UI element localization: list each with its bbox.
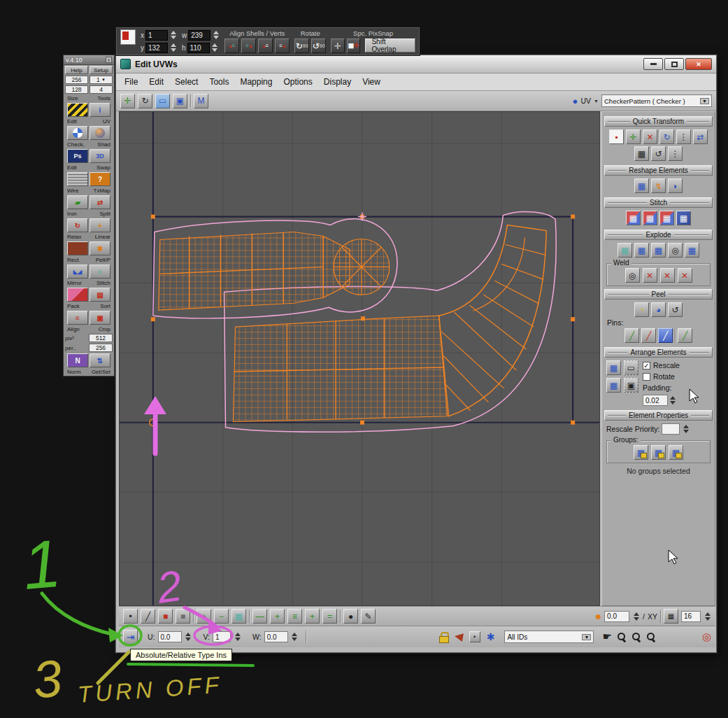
menu-view[interactable]: View (357, 75, 386, 89)
align-shells-left-button[interactable]: ▪≡ (224, 38, 239, 53)
rotate-cw-90-button[interactable]: ↻90 (294, 38, 309, 53)
w-field[interactable]: 239 (188, 30, 210, 41)
vertex-mode-button[interactable]: • (123, 609, 138, 624)
tools-menu[interactable]: Tools (97, 95, 110, 101)
material-id-dropdown[interactable]: All IDs ▼ (504, 631, 594, 643)
flatten-by-id-button[interactable]: ▦ (634, 243, 649, 258)
pack-normalize-button[interactable]: ▦ (606, 360, 621, 375)
quick-relax-button[interactable]: ↯ (651, 178, 666, 193)
grow-selection-button[interactable]: + (197, 609, 211, 624)
pack-region-button[interactable]: ▭ (624, 360, 638, 375)
h-field[interactable]: 110 (187, 43, 210, 53)
reset-peel-button[interactable]: ↺ (668, 302, 683, 317)
menu-select[interactable]: Select (169, 75, 204, 89)
shift-overlap-button[interactable]: Shift Overlap (365, 38, 415, 52)
qt-break-button[interactable]: ✕ (643, 129, 657, 144)
falloff-grow-button[interactable]: + (270, 609, 285, 624)
align-shells-top-button[interactable]: ≡▪ (241, 38, 256, 53)
paint-brush-button[interactable]: ✎ (361, 609, 376, 624)
align-verts-top-button[interactable]: ≡▪ (275, 38, 290, 53)
explode-faces-button[interactable]: ▦ (685, 243, 699, 258)
w-spinner[interactable] (291, 631, 299, 642)
w-field[interactable]: 0.0 (264, 631, 288, 642)
falloff-space-label[interactable]: XY (648, 612, 657, 621)
face-mode-button[interactable]: ■ (158, 609, 173, 624)
v-spinner[interactable] (234, 631, 241, 642)
shaded-sphere-icon[interactable] (90, 126, 110, 140)
txmap-icon[interactable]: ? (90, 172, 110, 186)
mirror-icon[interactable]: ◣◢ (67, 265, 88, 279)
size-menu[interactable]: Size (67, 95, 78, 101)
maximize-button[interactable] (664, 58, 684, 70)
window-titlebar[interactable]: Edit UVWs ✕ (116, 55, 716, 73)
quick-peel-button[interactable]: ◔ (634, 302, 649, 317)
uv-canvas[interactable] (119, 111, 600, 606)
pattern-dropdown[interactable]: CheckerPattern ( Checker ) ▼ (601, 94, 712, 107)
zoom-region-icon[interactable] (631, 632, 641, 642)
pack-full-button[interactable]: ▣ (624, 378, 638, 393)
freeze-snowflake-icon[interactable]: ✱ (487, 631, 495, 642)
weld-edges-button[interactable]: ✕ (678, 268, 692, 283)
qt-space-v-button[interactable]: ⋮ (676, 129, 691, 144)
pelt-icon[interactable]: ✱ (90, 241, 110, 255)
rescale-priority-field[interactable] (662, 423, 680, 435)
pin-filter-button[interactable]: • (469, 631, 480, 642)
padding-spinner[interactable] (669, 395, 676, 406)
crop-icon[interactable]: ▣ (90, 311, 110, 325)
menu-mapping[interactable]: Mapping (234, 75, 278, 89)
falloff-amount-spinner[interactable] (632, 611, 640, 622)
zoom-icon[interactable] (617, 632, 627, 642)
w-spinner[interactable] (212, 29, 220, 41)
pin-add-button[interactable]: ╱ (624, 328, 639, 343)
normal-map-icon[interactable]: N (67, 353, 88, 367)
qt-rotate-ccw-button[interactable]: ↺ (651, 146, 666, 161)
peel-mode-button[interactable]: ◕ (651, 302, 666, 317)
snap-grid-button[interactable]: ▦ (664, 609, 678, 624)
uv-3d-swap-icon[interactable]: 3D (90, 149, 110, 163)
help-button[interactable]: Help (65, 66, 88, 74)
sort-icon[interactable]: ▤ (90, 288, 110, 302)
horn-icon[interactable] (454, 632, 464, 642)
minimize-button[interactable] (643, 58, 663, 70)
pack-icon[interactable] (67, 288, 88, 302)
relax-tool-button[interactable]: ▦ (634, 178, 649, 193)
smooth-button[interactable]: ◗ (668, 178, 683, 193)
target-weld-button[interactable]: ◎ (625, 268, 640, 283)
setup-button[interactable]: Setup (90, 66, 113, 74)
u-spinner[interactable] (185, 631, 192, 642)
weld-verts-button[interactable]: ✕ (660, 268, 675, 283)
pixsnap-spacing-button[interactable]: ✛ (331, 38, 345, 53)
paint-select-button[interactable]: ● (343, 609, 358, 624)
show-map-icon[interactable]: ● (573, 96, 578, 106)
stitch-icon[interactable]: ≈ (90, 265, 110, 279)
grid-size-field[interactable]: 16 (681, 611, 701, 622)
menu-file[interactable]: File (119, 75, 143, 89)
stitch-average-button[interactable]: ▦ (643, 211, 657, 225)
section-header-explode[interactable]: Explode (604, 230, 713, 240)
stitch-target-button[interactable]: ▦ (676, 211, 691, 225)
photoshop-icon[interactable]: Ps (67, 149, 88, 163)
uv-shell-top[interactable] (159, 232, 390, 311)
map-size-field[interactable]: 256 (65, 76, 88, 84)
menu-edit[interactable]: Edit (143, 75, 169, 89)
pin-remove-button[interactable]: ╱ (641, 328, 656, 343)
pivot-button[interactable]: ▪ (609, 129, 624, 144)
qt-move-button[interactable]: ✛ (626, 129, 641, 144)
lock-selection-icon[interactable] (439, 632, 448, 642)
v-field[interactable]: 1 (213, 631, 231, 642)
pixsnap-snap-button[interactable]: ▦✛ (347, 38, 361, 53)
qt-box-button[interactable]: ▦ (634, 146, 649, 161)
stitch-source-button[interactable]: ▦ (659, 211, 674, 225)
falloff-none-button[interactable]: — (252, 609, 267, 624)
loop-selection-button[interactable]: ▦ (231, 609, 246, 624)
x-field[interactable]: 1 (145, 30, 168, 41)
section-header-quick-transform[interactable]: Quick Transform (604, 116, 713, 127)
rescale-priority-spinner[interactable] (682, 423, 690, 435)
y-spinner[interactable] (169, 42, 177, 53)
explode-smoothing-button[interactable]: ◎ (668, 243, 683, 258)
qt-align-h-button[interactable]: ⇄ (693, 129, 708, 144)
group-delete-button[interactable]: ▦ (669, 445, 683, 460)
linear-align-icon[interactable]: + (90, 218, 110, 232)
info-icon[interactable]: i (90, 103, 110, 117)
shrink-selection-button[interactable]: − (214, 609, 229, 624)
